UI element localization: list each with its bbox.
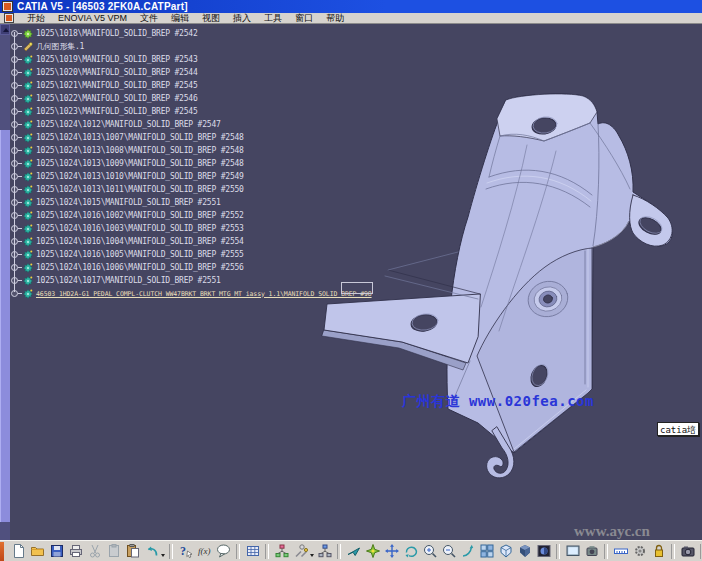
tree-item[interactable]: 1025\1023\MANIFOLD_SOLID_BREP #2545 <box>10 105 198 118</box>
tree-item[interactable]: 1025\1024\1013\1009\MANIFOLD_SOLID_BREP … <box>10 157 244 170</box>
save-icon[interactable] <box>48 543 65 560</box>
render-style-icon[interactable] <box>535 543 552 560</box>
tree-node-handle[interactable] <box>11 251 18 258</box>
scroll-up-button[interactable] <box>0 24 10 35</box>
tree-node-handle[interactable] <box>11 43 18 50</box>
tree-node-handle[interactable] <box>11 69 18 76</box>
tree-item[interactable]: 1025\1024\1013\1007\MANIFOLD_SOLID_BREP … <box>10 131 244 144</box>
tree-node-handle[interactable] <box>11 82 18 89</box>
tree-item[interactable]: 1025\1024\1016\1002\MANIFOLD_SOLID_BREP … <box>10 209 244 222</box>
iso-view-icon[interactable] <box>497 543 514 560</box>
tree-scrollbar[interactable] <box>0 24 10 540</box>
tree-item[interactable]: 1025\1024\1015\MANIFOLD_SOLID_BREP #2551 <box>10 196 221 209</box>
tree-item[interactable]: 1025\1024\1016\1006\MANIFOLD_SOLID_BREP … <box>10 261 244 274</box>
specification-tree: 1025\1018\MANIFOLD_SOLID_BREP #2542 几何图形… <box>10 27 450 327</box>
tree-node-handle[interactable] <box>11 147 18 154</box>
menu-item[interactable]: 编辑 <box>171 13 189 24</box>
menu-item[interactable]: 视图 <box>202 13 220 24</box>
shaded-view-icon[interactable] <box>516 543 533 560</box>
tree-node-handle[interactable] <box>11 121 18 128</box>
menu-item[interactable]: 文件 <box>140 13 158 24</box>
label-edit-box[interactable] <box>341 282 373 294</box>
bolts-icon[interactable] <box>292 543 309 560</box>
cut-disabled-icon[interactable] <box>86 543 103 560</box>
tree-item[interactable]: 1025\1018\MANIFOLD_SOLID_BREP #2542 <box>10 27 198 40</box>
tree-node-handle[interactable] <box>11 173 18 180</box>
3d-viewport[interactable]: 1025\1018\MANIFOLD_SOLID_BREP #2542 几何图形… <box>0 24 702 540</box>
menu-item[interactable]: 开始 <box>27 13 45 24</box>
svg-text:?: ? <box>180 544 186 558</box>
screen-icon[interactable] <box>564 543 581 560</box>
camera-rotate-icon[interactable] <box>583 543 600 560</box>
menu-item[interactable]: 窗口 <box>295 13 313 24</box>
network-blue-icon[interactable] <box>316 543 333 560</box>
tree-node-handle[interactable] <box>11 264 18 271</box>
menu-item[interactable]: ENOVIA V5 VPM <box>58 13 127 24</box>
tree-node-handle[interactable] <box>11 30 18 37</box>
fly-mode-icon[interactable] <box>345 543 362 560</box>
tree-node-handle[interactable] <box>11 199 18 206</box>
paste-disabled-icon[interactable] <box>105 543 122 560</box>
tree-item[interactable]: 1025\1024\1016\1003\MANIFOLD_SOLID_BREP … <box>10 222 244 235</box>
tree-item[interactable]: 1025\1021\MANIFOLD_SOLID_BREP #2545 <box>10 79 198 92</box>
scrollbar-track[interactable] <box>0 35 10 130</box>
tree-node-handle[interactable] <box>11 238 18 245</box>
tree-item[interactable]: 1025\1024\1013\1010\MANIFOLD_SOLID_BREP … <box>10 170 244 183</box>
tree-item[interactable]: 1025\1024\1016\1004\MANIFOLD_SOLID_BREP … <box>10 235 244 248</box>
scrollbar-thumb[interactable] <box>0 130 10 522</box>
tree-item[interactable]: 46503 1HD2A-G1 PEDAL COMPL-CLUTCH WW47BR… <box>10 287 372 300</box>
tree-item[interactable]: 1025\1019\MANIFOLD_SOLID_BREP #2543 <box>10 53 198 66</box>
annotation-icon[interactable] <box>215 543 232 560</box>
tree-node-handle[interactable] <box>11 56 18 63</box>
new-document-icon[interactable] <box>10 543 27 560</box>
menu-item[interactable]: 帮助 <box>326 13 344 24</box>
menu-item[interactable]: 插入 <box>233 13 251 24</box>
tree-item[interactable]: 1025\1020\MANIFOLD_SOLID_BREP #2544 <box>10 66 198 79</box>
tree-item[interactable]: 1025\1024\1017\MANIFOLD_SOLID_BREP #2551 <box>10 274 221 287</box>
tree-node-handle[interactable] <box>11 277 18 284</box>
floating-toolbar-label[interactable]: catia培 <box>657 422 699 436</box>
gear-page-icon[interactable] <box>631 543 648 560</box>
tree-node-handle[interactable] <box>11 225 18 232</box>
pan-icon[interactable] <box>383 543 400 560</box>
formula-icon[interactable]: f(x) <box>196 543 213 560</box>
menu-item[interactable]: 工具 <box>264 13 282 24</box>
tree-item-label: 1025\1022\MANIFOLD_SOLID_BREP #2546 <box>36 94 198 103</box>
toolbar-grip[interactable] <box>0 542 4 561</box>
tree-node-handle[interactable] <box>11 160 18 167</box>
dropdown-arrow-icon[interactable] <box>161 554 165 557</box>
dropdown-arrow-icon[interactable] <box>310 554 314 557</box>
tree-item[interactable]: 几何图形集.1 <box>10 40 84 53</box>
menu-bar: 开始ENOVIA V5 VPM文件编辑视图插入工具窗口帮助 <box>0 13 702 24</box>
print-icon[interactable] <box>67 543 84 560</box>
tree-item[interactable]: 1025\1024\1013\1008\MANIFOLD_SOLID_BREP … <box>10 144 244 157</box>
tree-node-handle[interactable] <box>11 134 18 141</box>
tree-item[interactable]: 1025\1024\1016\1005\MANIFOLD_SOLID_BREP … <box>10 248 244 261</box>
fit-all-icon[interactable] <box>364 543 381 560</box>
document-icon[interactable] <box>4 13 14 23</box>
tree-item[interactable]: 1025\1024\1012\MANIFOLD_SOLID_BREP #2547 <box>10 118 221 131</box>
tree-item[interactable]: 1025\1022\MANIFOLD_SOLID_BREP #2546 <box>10 92 198 105</box>
normal-view-icon[interactable] <box>459 543 476 560</box>
tree-node-handle[interactable] <box>11 290 18 297</box>
tree-node-handle[interactable] <box>11 108 18 115</box>
grid-icon[interactable] <box>244 543 261 560</box>
help-icon[interactable]: ? <box>177 543 194 560</box>
part-teal-icon <box>23 276 33 286</box>
zoom-in-icon[interactable] <box>421 543 438 560</box>
undo-icon[interactable] <box>143 543 160 560</box>
tree-node-handle[interactable] <box>11 95 18 102</box>
open-folder-icon[interactable] <box>29 543 46 560</box>
tree-item[interactable]: 1025\1024\1013\1011\MANIFOLD_SOLID_BREP … <box>10 183 244 196</box>
zoom-out-icon[interactable] <box>440 543 457 560</box>
measure-icon[interactable] <box>612 543 629 560</box>
rotate-icon[interactable] <box>402 543 419 560</box>
title-bar[interactable]: CATIA V5 - [46503 2FK0A.CATPart] <box>0 0 702 13</box>
paste-special-icon[interactable] <box>124 543 141 560</box>
camera-icon[interactable] <box>679 543 696 560</box>
tree-node-handle[interactable] <box>11 212 18 219</box>
lock-icon[interactable] <box>650 543 667 560</box>
tree-node-handle[interactable] <box>11 186 18 193</box>
multi-view-icon[interactable] <box>478 543 495 560</box>
network-pink-icon[interactable] <box>273 543 290 560</box>
